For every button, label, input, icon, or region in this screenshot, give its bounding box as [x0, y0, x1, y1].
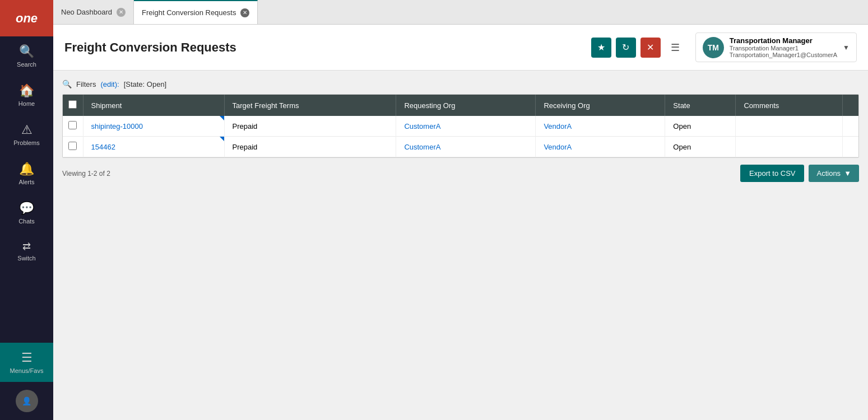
col-receiving-org[interactable]: Receiving Org — [536, 95, 665, 116]
user-avatar: TM — [703, 37, 724, 58]
content-area: 🔍 Filters (edit): [State: Open] Shipment… — [53, 71, 868, 420]
page-header: Freight Conversion Requests ★ ↻ ✕ ☰ TM T… — [53, 25, 868, 71]
sidebar-item-menus-favs[interactable]: ☰ Menus/Favs — [0, 343, 53, 382]
cell-extra — [843, 116, 859, 137]
tab-label: Freight Conversion Requests — [142, 8, 236, 17]
tab-bar: Neo Dashboard ✕ Freight Conversion Reque… — [53, 0, 868, 25]
header-actions: ★ ↻ ✕ ☰ TM Transportation Manager Transp… — [591, 32, 857, 62]
sidebar-item-alerts[interactable]: 🔔 Alerts — [0, 154, 53, 193]
logo-text: one — [16, 11, 38, 26]
select-all-header[interactable] — [63, 95, 83, 116]
col-extra — [843, 95, 859, 116]
user-initials: TM — [708, 43, 719, 52]
page-title: Freight Conversion Requests — [64, 40, 591, 55]
table-header-row: Shipment Target Freight Terms Requesting… — [63, 95, 858, 116]
cell-freight-terms: Prepaid — [224, 116, 396, 137]
tab-freight-conversion[interactable]: Freight Conversion Requests ✕ — [134, 0, 258, 24]
cell-state: Open — [665, 137, 736, 157]
row-checkbox[interactable] — [68, 142, 77, 150]
app-logo[interactable]: one — [0, 0, 53, 36]
problems-icon: ⚠ — [21, 123, 33, 137]
sidebar: one 🔍 Search 🏠 Home ⚠ Problems 🔔 Alerts … — [0, 0, 53, 420]
menus-icon: ☰ — [21, 351, 33, 365]
filter-value: [State: Open] — [124, 80, 167, 88]
cell-shipment: 154462 — [83, 137, 224, 157]
cell-requesting-org: CustomerA — [396, 137, 536, 157]
tab-close-neo-dashboard[interactable]: ✕ — [117, 8, 126, 17]
actions-button[interactable]: Actions ▼ — [809, 165, 859, 182]
star-button[interactable]: ★ — [591, 38, 611, 58]
sidebar-item-home[interactable]: 🏠 Home — [0, 76, 53, 115]
tag-indicator — [220, 116, 224, 120]
sidebar-item-switch[interactable]: ⇄ Switch — [0, 232, 53, 269]
row-checkbox[interactable] — [68, 121, 77, 129]
col-comments[interactable]: Comments — [736, 95, 843, 116]
home-icon: 🏠 — [19, 83, 34, 98]
viewing-text: Viewing 1-2 of 2 — [62, 170, 110, 178]
receiving-org-link[interactable]: VendorA — [544, 143, 572, 151]
export-csv-button[interactable]: Export to CSV — [740, 165, 804, 182]
user-email: Transportation_Manager1@CustomerA — [730, 52, 837, 58]
sidebar-item-label: Alerts — [18, 179, 34, 185]
sidebar-menus-label: Menus/Favs — [10, 367, 44, 374]
tab-close-freight-conversion[interactable]: ✕ — [240, 8, 249, 17]
user-role: Transportation Manager1 — [730, 45, 837, 52]
sidebar-item-problems[interactable]: ⚠ Problems — [0, 115, 53, 154]
user-name: Transportation Manager — [730, 36, 837, 45]
user-details: Transportation Manager Transportation Ma… — [730, 36, 837, 58]
sidebar-item-search[interactable]: 🔍 Search — [0, 36, 53, 76]
select-all-checkbox[interactable] — [68, 100, 77, 109]
cell-freight-terms: Prepaid — [224, 137, 396, 157]
footer-actions: Export to CSV Actions ▼ — [740, 165, 859, 182]
table-footer: Viewing 1-2 of 2 Export to CSV Actions ▼ — [62, 158, 859, 184]
data-table: Shipment Target Freight Terms Requesting… — [63, 95, 858, 157]
shipment-link[interactable]: shipinteg-10000 — [91, 122, 143, 130]
cell-comments — [736, 116, 843, 137]
user-avatar-sidebar[interactable]: 👤 — [0, 382, 53, 420]
col-requesting-org[interactable]: Requesting Org — [396, 95, 536, 116]
cell-receiving-org: VendorA — [536, 137, 665, 157]
filter-icon: 🔍 — [62, 80, 72, 88]
sidebar-item-label: Search — [17, 61, 36, 68]
actions-label: Actions — [816, 169, 841, 178]
sidebar-item-chats[interactable]: 💬 Chats — [0, 193, 53, 232]
shipment-link[interactable]: 154462 — [91, 143, 115, 151]
cell-state: Open — [665, 116, 736, 137]
tab-neo-dashboard[interactable]: Neo Dashboard ✕ — [53, 0, 134, 24]
cell-extra — [843, 137, 859, 157]
cell-shipment: shipinteg-10000 — [83, 116, 224, 137]
cell-receiving-org: VendorA — [536, 116, 665, 137]
table-row: 154462 Prepaid CustomerA VendorA Open — [63, 137, 858, 157]
close-button[interactable]: ✕ — [640, 38, 661, 58]
row-checkbox-cell[interactable] — [63, 137, 83, 157]
tab-label: Neo Dashboard — [61, 8, 112, 16]
switch-icon: ⇄ — [22, 240, 31, 253]
sidebar-item-label: Chats — [18, 218, 35, 225]
refresh-button[interactable]: ↻ — [616, 38, 636, 58]
sidebar-item-label: Switch — [17, 255, 35, 262]
col-target-freight-terms[interactable]: Target Freight Terms — [224, 95, 396, 116]
user-dropdown-arrow[interactable]: ▼ — [843, 44, 850, 52]
col-state[interactable]: State — [665, 95, 736, 116]
search-icon: 🔍 — [19, 44, 34, 59]
sidebar-item-label: Home — [18, 100, 35, 107]
col-shipment[interactable]: Shipment — [83, 95, 224, 116]
filter-label: Filters — [76, 80, 96, 88]
cell-comments — [736, 137, 843, 157]
menu-button[interactable]: ☰ — [665, 38, 685, 58]
actions-dropdown-arrow: ▼ — [844, 169, 851, 178]
avatar-circle: 👤 — [16, 390, 38, 412]
tag-indicator — [220, 137, 224, 141]
alerts-icon: 🔔 — [19, 162, 34, 176]
sidebar-item-label: Problems — [13, 139, 39, 146]
user-info[interactable]: TM Transportation Manager Transportation… — [695, 32, 857, 62]
table-row: shipinteg-10000 Prepaid CustomerA Vendor… — [63, 116, 858, 137]
requesting-org-link[interactable]: CustomerA — [404, 122, 440, 130]
row-checkbox-cell[interactable] — [63, 116, 83, 137]
requesting-org-link[interactable]: CustomerA — [404, 143, 440, 151]
main-area: Neo Dashboard ✕ Freight Conversion Reque… — [53, 0, 868, 420]
cell-requesting-org: CustomerA — [396, 116, 536, 137]
filter-edit-link[interactable]: (edit): — [100, 80, 119, 88]
receiving-org-link[interactable]: VendorA — [544, 122, 572, 130]
chats-icon: 💬 — [19, 201, 34, 216]
